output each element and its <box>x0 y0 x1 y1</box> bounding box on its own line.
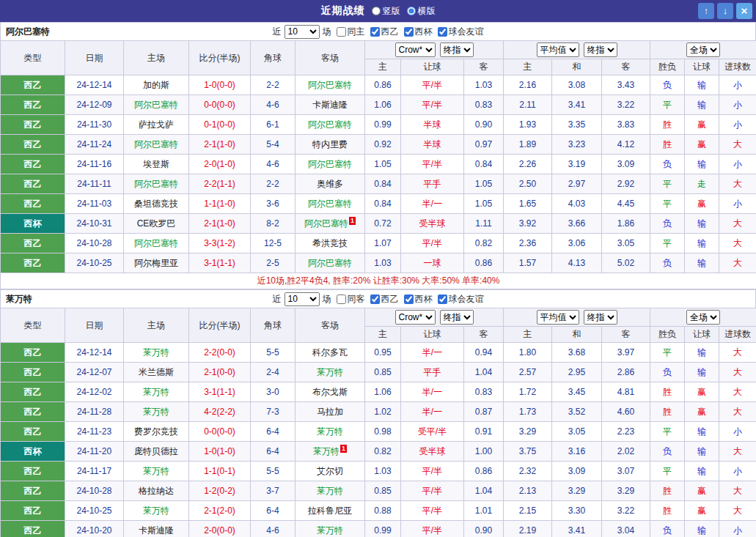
match-date: 24-10-31 <box>65 214 124 234</box>
league-badge: 西乙 <box>1 174 65 194</box>
filter-checkbox-label: 同主 <box>348 26 365 38</box>
odds-company-select[interactable]: Crow* <box>395 310 436 325</box>
filter-checkbox-input[interactable] <box>370 295 380 304</box>
away-team-name: 阿尔巴塞特 <box>308 258 352 268</box>
league-badge: 西乙 <box>1 363 65 382</box>
filter-checkbox-西杯[interactable]: 西杯 <box>404 26 433 38</box>
away-team-name: 阿尔巴塞特 <box>308 119 352 130</box>
corners-cell: 4-6 <box>251 521 296 537</box>
handicap-result-cell: 输 <box>685 363 719 382</box>
avg-home-odds-cell: 1.93 <box>504 115 552 135</box>
avg-away-odds-cell: 2.23 <box>602 422 650 442</box>
avg-home-odds-cell: 2.57 <box>504 363 552 382</box>
filter-checkbox-西杯[interactable]: 西杯 <box>404 293 433 305</box>
match-count-select[interactable]: 10 <box>285 292 320 306</box>
avg-home-odds-cell: 2.11 <box>504 95 552 115</box>
home-odds-cell: 0.95 <box>365 343 401 363</box>
team-sections: 阿尔巴塞特近10场同主西乙西杯球会友谊类型日期主场比分(半场)角球客场Crow*… <box>0 22 756 537</box>
corners-cell: 12-5 <box>251 234 296 253</box>
home-odds-cell: 1.07 <box>365 234 401 253</box>
view-option-horizontal[interactable]: 横版 <box>407 5 436 18</box>
column-header: 胜负 <box>650 327 685 343</box>
result-cell: 胜 <box>650 501 685 521</box>
filter-checkbox-球会友谊[interactable]: 球会友谊 <box>438 26 484 38</box>
filter-checkbox-input[interactable] <box>404 295 414 304</box>
avg-away-odds-cell: 3.29 <box>602 481 650 501</box>
filter-checkbox-label: 球会友谊 <box>449 293 484 305</box>
result-cell: 平 <box>650 422 685 442</box>
match-count-select[interactable]: 10 <box>285 25 320 39</box>
match-date: 24-11-20 <box>65 442 124 462</box>
filter-checkbox-input[interactable] <box>337 295 346 304</box>
avg-draw-odds-cell: 3.16 <box>552 442 602 462</box>
scope-select[interactable]: 全场 <box>686 310 720 325</box>
odds-type-select[interactable]: 终指 <box>440 42 474 57</box>
filter-checkbox-input[interactable] <box>337 27 346 37</box>
away-team-name: 阿尔巴塞特 <box>308 80 352 90</box>
home-odds-cell: 0.88 <box>365 501 401 521</box>
home-team-cell: 庞特贝德拉 <box>124 442 189 462</box>
column-header: 主场 <box>124 308 189 343</box>
away-team-cell: 莱万特 <box>296 481 365 501</box>
handicap-result-cell: 输 <box>685 95 719 115</box>
goals-cell: 大 <box>719 402 756 422</box>
filter-checkbox-input[interactable] <box>438 27 447 37</box>
column-header: 客 <box>602 327 650 343</box>
horizontal-radio[interactable] <box>407 7 416 15</box>
away-odds-cell: 0.86 <box>464 462 504 481</box>
avg-home-odds-cell: 2.36 <box>504 234 552 253</box>
filter-checkbox-球会友谊[interactable]: 球会友谊 <box>438 293 484 305</box>
move-down-button[interactable]: ↓ <box>717 3 733 19</box>
score-cell: 3-1(1-1) <box>189 382 251 402</box>
average-select[interactable]: 平均值 <box>537 42 579 57</box>
filter-checkbox-input[interactable] <box>438 295 447 304</box>
handicap-cell: 平手 <box>401 174 464 194</box>
filter-prefix-label: 近 <box>273 26 282 38</box>
match-row: 西乙24-12-14莱万特2-2(0-0)5-5科尔多瓦0.95半/一0.941… <box>1 343 756 363</box>
match-date: 24-12-02 <box>65 382 124 402</box>
home-team-cell: 莱万特 <box>124 402 189 422</box>
column-header: 让球 <box>685 327 719 343</box>
away-team-cell: 卡斯迪隆 <box>296 95 365 115</box>
filter-checkbox-同主[interactable]: 同主 <box>337 26 365 38</box>
corners-cell: 6-4 <box>251 442 296 462</box>
goals-cell: 大 <box>719 481 756 501</box>
away-odds-cell: 0.83 <box>464 95 504 115</box>
close-button[interactable]: × <box>736 3 752 19</box>
goals-cell: 小 <box>719 95 756 115</box>
away-odds-cell: 1.01 <box>464 501 504 521</box>
avg-draw-odds-cell: 3.41 <box>552 95 602 115</box>
filter-checkbox-label: 球会友谊 <box>449 26 484 38</box>
column-header: 让球 <box>401 59 464 75</box>
filter-checkbox-input[interactable] <box>370 27 380 37</box>
filter-checkbox-西乙[interactable]: 西乙 <box>370 26 399 38</box>
column-header: 日期 <box>65 308 124 343</box>
corners-cell: 2-2 <box>251 75 296 95</box>
avg-home-odds-cell: 1.65 <box>504 194 552 214</box>
filter-checkbox-西乙[interactable]: 西乙 <box>370 293 399 305</box>
move-up-button[interactable]: ↑ <box>698 3 714 19</box>
odds-type-select[interactable]: 终指 <box>440 310 474 325</box>
team-name: 阿尔巴塞特 <box>6 26 50 38</box>
goals-cell: 大 <box>719 343 756 363</box>
view-option-vertical[interactable]: 竖版 <box>372 5 400 18</box>
filter-checkbox-label: 同客 <box>348 293 365 305</box>
summary-row: 近10场,胜2平4负4, 胜率:20% 让胜率:30% 大率:50% 单率:40… <box>1 273 756 289</box>
goals-cell: 大 <box>719 234 756 253</box>
away-team-name: 卡斯迪隆 <box>312 100 348 110</box>
home-odds-cell: 0.98 <box>365 422 401 442</box>
filter-checkbox-同客[interactable]: 同客 <box>337 293 365 305</box>
average-select[interactable]: 平均值 <box>537 310 579 325</box>
scope-select[interactable]: 全场 <box>686 42 720 57</box>
filter-checkbox-input[interactable] <box>404 27 414 37</box>
average-type-select[interactable]: 终指 <box>584 310 617 325</box>
home-team-cell: 莱万特 <box>124 462 189 481</box>
average-type-select[interactable]: 终指 <box>584 42 617 57</box>
handicap-cell: 受半球 <box>401 214 464 234</box>
away-team-name: 马拉加 <box>317 407 343 417</box>
odds-company-select[interactable]: Crow* <box>395 42 436 57</box>
away-team-cell: 希洪竞技 <box>296 234 365 253</box>
home-team-name: 埃登斯 <box>143 159 169 169</box>
away-team-cell: 莱万特 <box>296 422 365 442</box>
vertical-radio[interactable] <box>372 7 381 15</box>
